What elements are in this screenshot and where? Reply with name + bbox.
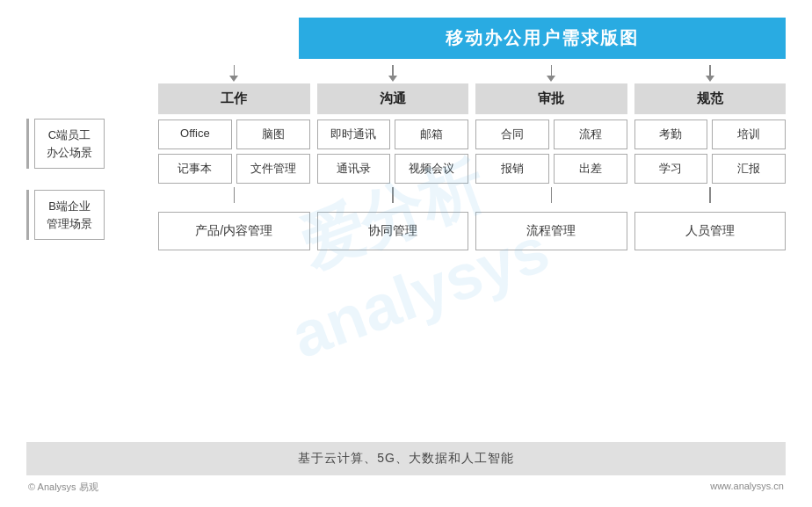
vc-4 (634, 187, 787, 203)
work-item-office: Office (158, 120, 232, 149)
arrow-1 (158, 62, 310, 82)
category-row: 工作 沟通 审批 规范 (158, 83, 786, 114)
norm-item-learn: 学习 (634, 154, 708, 184)
arrow-stem-3 (551, 65, 553, 76)
work-item-filemanage: 文件管理 (236, 154, 310, 184)
arrows-row (26, 59, 786, 83)
audit-row1: 合同 流程 (475, 120, 627, 149)
main-title: 移动办公用户需求版图 (299, 18, 786, 59)
norm-sub-col: 考勤 培训 学习 汇报 (634, 120, 787, 184)
category-norm: 规范 (634, 83, 787, 114)
audit-row2: 报销 出差 (475, 154, 627, 184)
footer: © Analysys 易观 www.analysys.cn (26, 481, 786, 494)
norm-row1: 考勤 培训 (634, 120, 787, 149)
arrow-stem-4 (709, 65, 711, 76)
comm-row2: 通讯录 视频会议 (317, 154, 469, 184)
arrow-container (158, 62, 786, 82)
work-item-notepad: 记事本 (158, 154, 232, 184)
vc-3 (475, 187, 627, 203)
main-area: C端员工 办公场景 B端企业 管理场景 工作 沟通 审批 规范 (26, 83, 786, 433)
work-row2: 记事本 文件管理 (158, 154, 310, 184)
c-sub-section: Office 脑图 记事本 文件管理 即时通讯 邮箱 通讯录 (158, 120, 786, 184)
b-row: 产品/内容管理 协同管理 流程管理 人员管理 (158, 212, 786, 250)
footer-left: © Analysys 易观 (28, 481, 98, 494)
audit-item-flow: 流程 (554, 120, 627, 149)
comm-item-email: 邮箱 (395, 120, 468, 149)
work-sub-col: Office 脑图 记事本 文件管理 (158, 120, 310, 184)
page: 爱分析analysys 移动办公用户需求版图 (0, 0, 812, 507)
vc-2 (317, 187, 469, 203)
category-work: 工作 (158, 83, 310, 114)
arrow-head-1 (229, 76, 238, 82)
vl-2 (392, 187, 394, 203)
b-item-collab: 协同管理 (317, 212, 469, 250)
vl-1 (234, 187, 236, 203)
category-communicate: 沟通 (317, 83, 469, 114)
comm-item-video: 视频会议 (395, 154, 468, 184)
arrow-stem-2 (392, 65, 394, 76)
connector-spacer (26, 169, 151, 190)
b-item-product: 产品/内容管理 (158, 212, 310, 250)
vert-connectors (158, 187, 786, 203)
arrow-4 (634, 62, 787, 82)
work-row1: Office 脑图 (158, 120, 310, 149)
right-title-area: 移动办公用户需求版图 (158, 18, 786, 59)
b-item-personnel: 人员管理 (634, 212, 787, 250)
audit-sub-col: 合同 流程 报销 出差 (475, 120, 627, 184)
b-label-box: B端企业 管理场景 (34, 190, 105, 240)
vl-4 (709, 187, 711, 203)
comm-sub-col: 即时通讯 邮箱 通讯录 视频会议 (317, 120, 469, 184)
norm-item-training: 培训 (712, 120, 786, 149)
bottom-bar: 基于云计算、5G、大数据和人工智能 (26, 442, 786, 475)
arrow-head-2 (388, 76, 397, 82)
b-label-area: B端企业 管理场景 (26, 190, 151, 240)
arrow-2 (317, 62, 469, 82)
arrow-head-3 (547, 76, 555, 82)
b-label-text: B端企业 管理场景 (47, 199, 92, 230)
comm-item-contacts: 通讯录 (317, 154, 391, 184)
audit-item-contract: 合同 (475, 120, 549, 149)
arrows-left-spacer (26, 59, 158, 83)
footer-right: www.analysys.cn (710, 481, 784, 494)
arrow-head-4 (706, 76, 714, 82)
c-label-area: C端员工 办公场景 (26, 119, 151, 169)
c-label-text: C端员工 办公场景 (47, 128, 92, 159)
b-vert-bar (26, 190, 29, 240)
cat-spacer (26, 83, 151, 119)
title-left-spacer (26, 18, 158, 59)
comm-item-im: 即时通讯 (317, 120, 391, 149)
norm-row2: 学习 汇报 (634, 154, 787, 184)
c-label-box: C端员工 办公场景 (34, 119, 105, 169)
norm-item-attendance: 考勤 (634, 120, 708, 149)
norm-item-report: 汇报 (712, 154, 786, 184)
c-vert-bar (26, 119, 29, 169)
title-row: 移动办公用户需求版图 (26, 18, 786, 59)
vl-3 (551, 187, 553, 203)
b-item-flow: 流程管理 (475, 212, 627, 250)
left-labels-col: C端员工 办公场景 B端企业 管理场景 (26, 83, 158, 240)
work-item-mindmap: 脑图 (236, 120, 310, 149)
arrow-stem-1 (234, 65, 236, 76)
vc-1 (158, 187, 310, 203)
audit-item-business: 出差 (554, 154, 627, 184)
arrows-area (158, 59, 786, 83)
arrow-3 (475, 62, 627, 82)
audit-item-reimburse: 报销 (475, 154, 549, 184)
category-audit: 审批 (475, 83, 627, 114)
comm-row1: 即时通讯 邮箱 (317, 120, 469, 149)
diagram-cols: 工作 沟通 审批 规范 Office 脑图 记事本 文件管理 (158, 83, 786, 250)
